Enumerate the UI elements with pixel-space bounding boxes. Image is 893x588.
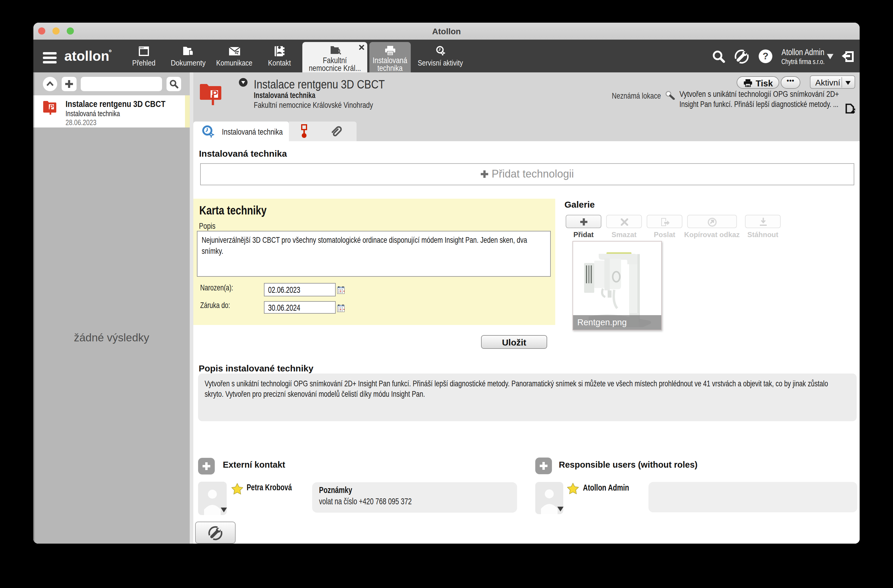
svg-text:P: P [212, 89, 218, 99]
svg-text:P: P [50, 103, 54, 110]
